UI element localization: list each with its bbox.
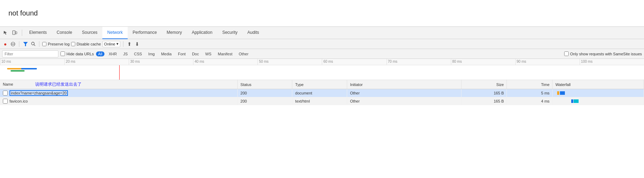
preserve-log-label[interactable]: Preserve log	[42, 42, 70, 46]
chevron-down-icon: ▾	[116, 42, 119, 46]
disable-cache-checkbox[interactable]	[71, 42, 75, 46]
tick-60ms: 60 ms	[322, 59, 386, 65]
filter-type-css[interactable]: CSS	[132, 51, 144, 56]
waterfall-bar-1	[571, 99, 573, 103]
network-table-wrapper: Name 说明请求已经发送出去了 Status Type Initiator S…	[0, 80, 644, 105]
col-status: Status	[237, 80, 292, 89]
row-checkbox[interactable]	[3, 99, 8, 104]
cell-type: text/html	[292, 97, 347, 105]
hide-data-urls-label[interactable]: Hide data URLs	[60, 51, 94, 56]
table-row[interactable]: favicon.ico200text/htmlOther165 B4 ms	[0, 97, 644, 105]
tick-40ms: 40 ms	[193, 59, 257, 65]
filter-type-js[interactable]: JS	[121, 51, 130, 56]
tick-100ms: 100 ms	[580, 59, 644, 65]
svg-point-5	[31, 42, 34, 45]
samesite-label[interactable]: Only show requests with SameSite issues	[564, 51, 642, 56]
waterfall-bar-2	[560, 91, 565, 95]
cell-type: document	[292, 89, 347, 97]
tab-sources[interactable]: Sources	[77, 27, 102, 39]
cell-initiator: Other	[347, 89, 461, 97]
toolbar-separator-1	[19, 41, 19, 47]
waterfall-bar-1	[557, 91, 559, 95]
timeline-ruler: 10 ms 20 ms 30 ms 40 ms 50 ms 60 ms 70 m…	[0, 59, 644, 65]
row-name-text: index?name=zhangsan&age=20	[9, 90, 68, 96]
tick-50ms: 50 ms	[257, 59, 322, 65]
filter-row: Hide data URLs All XHR JS CSS Img Media …	[0, 49, 644, 59]
disable-cache-label[interactable]: Disable cache	[71, 42, 101, 46]
cell-waterfall	[553, 89, 644, 97]
col-initiator: Initiator	[347, 80, 461, 89]
cell-time: 4 ms	[507, 97, 553, 105]
tick-90ms: 90 ms	[515, 59, 580, 65]
cursor-icon[interactable]	[1, 29, 10, 37]
col-type: Type	[292, 80, 347, 89]
cell-size: 165 B	[461, 89, 507, 97]
toolbar-row: ● Preserve log Disable cache	[0, 39, 644, 49]
filter-type-font[interactable]: Font	[176, 51, 188, 56]
row-name-text: favicon.ico	[9, 99, 28, 103]
tab-performance[interactable]: Performance	[128, 27, 162, 39]
tab-separator-1	[22, 30, 22, 36]
tick-30ms: 30 ms	[129, 59, 193, 65]
tab-security[interactable]: Security	[217, 27, 242, 39]
samesite-checkbox[interactable]	[564, 51, 569, 56]
filter-type-doc[interactable]: Doc	[190, 51, 201, 56]
tab-console[interactable]: Console	[52, 27, 77, 39]
table-row[interactable]: index?name=zhangsan&age=20200documentOth…	[0, 89, 644, 97]
tab-memory[interactable]: Memory	[162, 27, 187, 39]
tick-80ms: 80 ms	[451, 59, 515, 65]
col-name: Name 说明请求已经发送出去了	[0, 80, 237, 89]
cell-status: 200	[237, 97, 292, 105]
filter-input[interactable]	[2, 50, 58, 57]
col-waterfall: Waterfall	[553, 80, 644, 89]
table-header-row: Name 说明请求已经发送出去了 Status Type Initiator S…	[0, 80, 644, 89]
filter-type-ws[interactable]: WS	[203, 51, 213, 56]
page-title: not found	[0, 0, 644, 26]
cell-initiator: Other	[347, 97, 461, 105]
timeline-graph	[0, 65, 644, 80]
filter-type-all[interactable]: All	[96, 51, 104, 56]
cell-waterfall	[553, 97, 644, 105]
timeline-area: 10 ms 20 ms 30 ms 40 ms 50 ms 60 ms 70 m…	[0, 59, 644, 80]
filter-icon[interactable]	[22, 41, 28, 47]
tab-application[interactable]: Application	[187, 27, 217, 39]
page-title-text: not found	[8, 9, 38, 17]
tick-10ms: 10 ms	[0, 59, 64, 65]
filter-type-other[interactable]: Other	[237, 51, 251, 56]
device-icon[interactable]	[11, 29, 19, 37]
tab-network[interactable]: Network	[102, 27, 128, 39]
svg-rect-1	[15, 32, 17, 34]
tick-70ms: 70 ms	[387, 59, 451, 65]
svg-line-6	[34, 45, 35, 46]
svg-rect-0	[13, 31, 15, 35]
search-icon[interactable]	[30, 41, 36, 47]
import-button[interactable]: ⬆	[126, 41, 133, 47]
throttle-select[interactable]: Online ▾	[102, 41, 120, 47]
col-size: Size	[461, 80, 507, 89]
filter-type-media[interactable]: Media	[159, 51, 174, 56]
clear-button[interactable]	[10, 41, 16, 47]
row-checkbox[interactable]	[3, 91, 8, 96]
toolbar-separator-2	[39, 41, 39, 47]
red-line	[119, 65, 120, 80]
tab-elements[interactable]: Elements	[24, 27, 52, 39]
filter-type-img[interactable]: Img	[146, 51, 157, 56]
record-button[interactable]: ●	[2, 41, 8, 47]
cell-name: index?name=zhangsan&age=20	[0, 89, 237, 97]
cell-size: 165 B	[461, 97, 507, 105]
export-button[interactable]: ⬇	[134, 41, 140, 47]
preserve-log-checkbox[interactable]	[42, 42, 46, 46]
cell-status: 200	[237, 89, 292, 97]
cell-time: 5 ms	[507, 89, 553, 97]
filter-type-xhr[interactable]: XHR	[107, 51, 119, 56]
tick-20ms: 20 ms	[64, 59, 129, 65]
notice-text: 说明请求已经发送出去了	[35, 82, 82, 87]
hide-data-urls-checkbox[interactable]	[60, 51, 65, 56]
devtools-panel: Elements Console Sources Network Perform…	[0, 26, 644, 105]
waterfall-bar-2	[574, 99, 579, 103]
filter-type-manifest[interactable]: Manifest	[216, 51, 235, 56]
network-table: Name 说明请求已经发送出去了 Status Type Initiator S…	[0, 80, 644, 105]
table-body: index?name=zhangsan&age=20200documentOth…	[0, 89, 644, 105]
toolbar-separator-3	[123, 41, 123, 47]
tab-audits[interactable]: Audits	[242, 27, 264, 39]
